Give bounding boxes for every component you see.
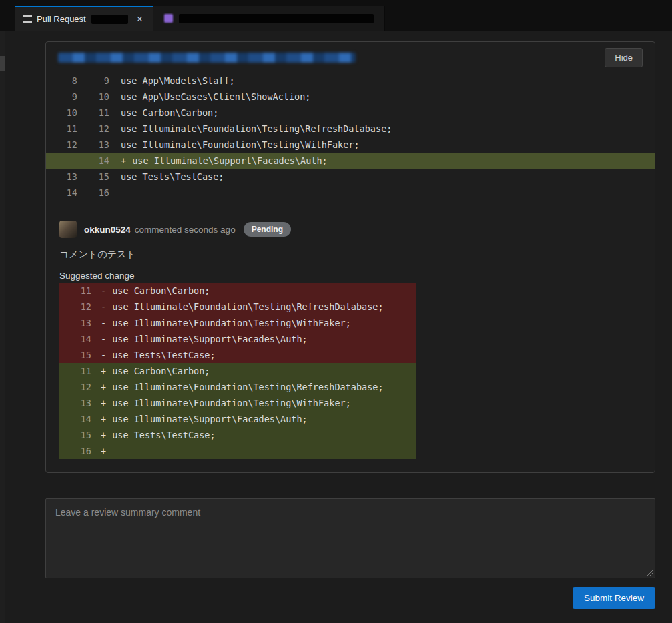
suggestion-added-line: 12+use Illuminate\Foundation\Testing\Ref… bbox=[59, 379, 416, 395]
old-line-number: 9 bbox=[46, 89, 77, 105]
diff-code: use App\Models\Staff; bbox=[109, 73, 235, 89]
comment-thread-panel: Hide 89use App\Models\Staff; 910use App\… bbox=[45, 41, 655, 473]
old-line-number: 11 bbox=[46, 121, 77, 137]
suggestion-deleted-line: 13-use Illuminate\Foundation\Testing\Wit… bbox=[59, 315, 416, 331]
suggestion-added-line: 16+ bbox=[59, 443, 416, 459]
thread-panel-header: Hide bbox=[46, 42, 655, 73]
comment-header: okkun0524 commented seconds ago Pending bbox=[59, 221, 641, 238]
old-line-number bbox=[46, 153, 77, 169]
comment-timestamp: commented seconds ago bbox=[135, 225, 236, 235]
old-line-number: 12 bbox=[46, 137, 77, 153]
hide-button[interactable]: Hide bbox=[605, 48, 643, 67]
diff-line: 1112use Illuminate\Foundation\Testing\Re… bbox=[46, 121, 655, 137]
file-icon bbox=[164, 14, 173, 23]
diff-view: 89use App\Models\Staff; 910use App\UseCa… bbox=[46, 73, 655, 201]
suggestion-deleted-line: 15-use Tests\TestCase; bbox=[59, 347, 416, 363]
diff-code: use Tests\TestCase; bbox=[109, 169, 224, 185]
review-actions: Submit Review bbox=[45, 587, 655, 609]
diff-line: 910use App\UseCases\Client\ShowAction; bbox=[46, 89, 655, 105]
old-line-number: 13 bbox=[46, 169, 77, 185]
diff-line: 1416 bbox=[46, 185, 655, 201]
tab-pull-request[interactable]: Pull Request × bbox=[15, 6, 153, 31]
new-line-number: 16 bbox=[77, 185, 109, 201]
diff-code: use Carbon\Carbon; bbox=[109, 105, 218, 121]
new-line-number: 11 bbox=[77, 105, 109, 121]
new-line-number: 12 bbox=[77, 121, 109, 137]
suggestion-deleted-line: 11-use Carbon\Carbon; bbox=[59, 283, 416, 299]
redacted-file-link[interactable] bbox=[58, 53, 356, 63]
list-icon bbox=[23, 15, 32, 23]
suggestion-deleted-line: 14-use Illuminate\Support\Facades\Auth; bbox=[59, 331, 416, 347]
suggestion-added-line: 13+use Illuminate\Foundation\Testing\Wit… bbox=[59, 395, 416, 411]
redacted-tab-text bbox=[179, 14, 374, 23]
diff-code: +use Illuminate\Support\Facades\Auth; bbox=[109, 153, 328, 169]
close-icon[interactable]: × bbox=[135, 13, 145, 25]
new-line-number: 10 bbox=[77, 89, 109, 105]
tab-secondary[interactable] bbox=[153, 6, 385, 31]
review-summary-section bbox=[45, 498, 655, 578]
submit-review-button[interactable]: Submit Review bbox=[573, 587, 655, 609]
scroll-indicator[interactable] bbox=[0, 56, 5, 71]
avatar bbox=[59, 221, 77, 238]
comment-body: コメントのテスト bbox=[59, 247, 641, 261]
new-line-number: 15 bbox=[77, 169, 109, 185]
review-comment: okkun0524 commented seconds ago Pending … bbox=[46, 221, 655, 472]
redacted-tab-text bbox=[91, 15, 128, 24]
old-line-number: 10 bbox=[46, 105, 77, 121]
suggested-change-label: Suggested change bbox=[59, 271, 641, 283]
pull-request-review-view: Hide 89use App\Models\Staff; 910use App\… bbox=[0, 31, 672, 623]
suggestion-added-line: 11+use Carbon\Carbon; bbox=[59, 363, 416, 379]
left-edge-strip bbox=[0, 31, 5, 623]
diff-line: 89use App\Models\Staff; bbox=[46, 73, 655, 89]
vscode-window: Pull Request × Hide 89use App\Models\Sta… bbox=[0, 0, 672, 623]
review-summary-input[interactable] bbox=[45, 498, 655, 578]
diff-code: use Illuminate\Foundation\Testing\WithFa… bbox=[109, 137, 360, 153]
old-line-number: 14 bbox=[46, 185, 77, 201]
diff-code: use App\UseCases\Client\ShowAction; bbox=[109, 89, 310, 105]
tab-title: Pull Request bbox=[37, 14, 86, 24]
diff-line: 1011use Carbon\Carbon; bbox=[46, 105, 655, 121]
diff-line: 1315use Tests\TestCase; bbox=[46, 169, 655, 185]
suggested-change-block: 11-use Carbon\Carbon; 12-use Illuminate\… bbox=[59, 283, 416, 459]
old-line-number: 8 bbox=[46, 73, 77, 89]
new-line-number: 13 bbox=[77, 137, 109, 153]
comment-author[interactable]: okkun0524 bbox=[84, 225, 131, 235]
suggestion-added-line: 15+use Tests\TestCase; bbox=[59, 427, 416, 443]
suggestion-added-line: 14+use Illuminate\Support\Facades\Auth; bbox=[59, 411, 416, 427]
suggestion-deleted-line: 12-use Illuminate\Foundation\Testing\Ref… bbox=[59, 299, 416, 315]
diff-code: use Illuminate\Foundation\Testing\Refres… bbox=[109, 121, 392, 137]
diff-line-added: 14+use Illuminate\Support\Facades\Auth; bbox=[46, 153, 655, 169]
resize-grip-icon[interactable] bbox=[647, 570, 653, 576]
diff-line: 1213use Illuminate\Foundation\Testing\Wi… bbox=[46, 137, 655, 153]
editor-tab-bar: Pull Request × bbox=[0, 0, 672, 31]
diff-code bbox=[109, 185, 121, 201]
new-line-number: 9 bbox=[77, 73, 109, 89]
new-line-number: 14 bbox=[77, 153, 109, 169]
pending-badge: Pending bbox=[244, 222, 291, 237]
